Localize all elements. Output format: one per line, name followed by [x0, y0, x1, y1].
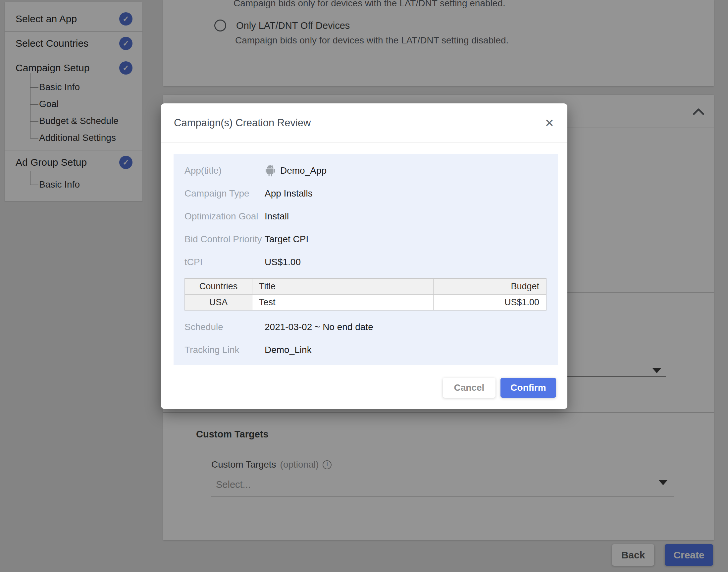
column-header-countries: Countries: [185, 278, 252, 294]
field-label: Optimization Goal: [174, 211, 265, 222]
table-header-row: Countries Title Budget: [185, 278, 546, 294]
modal-header-divider: [161, 143, 567, 143]
cell-countries: USA: [185, 294, 252, 310]
campaign-creation-review-modal: Campaign(s) Creation Review ✕ App(title): [161, 103, 567, 409]
cell-budget: US$1.00: [433, 294, 546, 310]
close-icon[interactable]: ✕: [545, 117, 554, 129]
modal-header: Campaign(s) Creation Review ✕: [161, 103, 567, 143]
field-label: Schedule: [174, 322, 265, 333]
field-value: Target CPI: [265, 234, 308, 244]
field-value: Demo_Link: [265, 345, 312, 355]
field-campaign-type: Campaign Type App Installs: [174, 182, 558, 205]
field-schedule: Schedule 2021-03-02 ~ No end date: [174, 315, 558, 338]
field-label: Campaign Type: [174, 188, 265, 199]
field-bid-control-priority: Bid Control Priority Target CPI: [174, 228, 558, 251]
field-optimization-goal: Optimization Goal Install: [174, 205, 558, 228]
field-label: Tracking Link: [174, 345, 265, 355]
field-label: Bid Control Priority: [174, 234, 265, 244]
field-tracking-link: Tracking Link Demo_Link: [174, 338, 558, 361]
field-value: US$1.00: [265, 257, 301, 268]
field-value: Demo_App: [265, 164, 327, 177]
field-label: App(title): [174, 165, 265, 176]
modal-title: Campaign(s) Creation Review: [174, 117, 311, 129]
column-header-budget: Budget: [433, 278, 546, 294]
field-label: tCPI: [174, 257, 265, 268]
column-header-title: Title: [252, 278, 433, 294]
cancel-button[interactable]: Cancel: [443, 378, 495, 398]
field-app-title: App(title) De: [174, 159, 558, 182]
countries-budget-table: Countries Title Budget USA Test US$1.00: [184, 278, 547, 310]
field-tcpi: tCPI US$1.00: [174, 251, 558, 273]
field-value: App Installs: [265, 188, 313, 199]
android-icon: [265, 164, 276, 177]
confirm-button[interactable]: Confirm: [500, 378, 556, 398]
table-row: USA Test US$1.00: [185, 294, 546, 310]
cell-title: Test: [252, 294, 433, 310]
app-title-value: Demo_App: [280, 165, 327, 176]
review-summary-panel: App(title) De: [174, 154, 558, 365]
field-value: 2021-03-02 ~ No end date: [265, 322, 373, 333]
campaign-wizard-page: Select an App ✓ Select Countries ✓ Campa…: [0, 0, 728, 572]
field-value: Install: [265, 211, 289, 222]
